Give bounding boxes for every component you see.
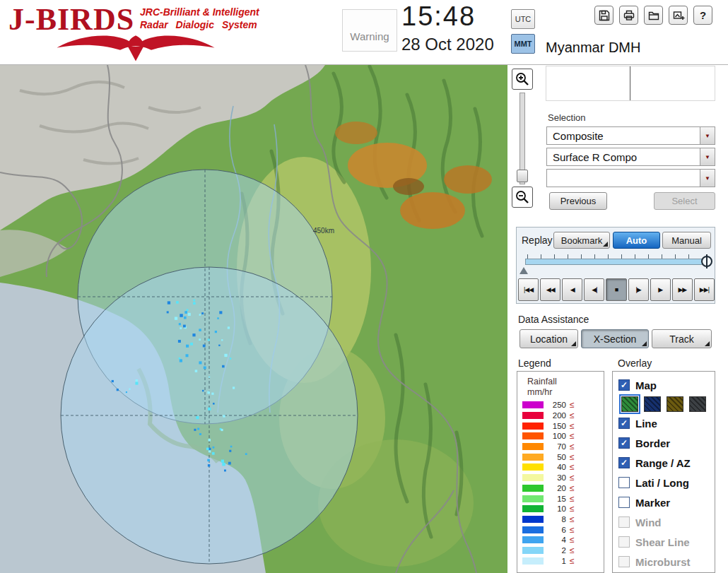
- legend-lte-symbol: ≤: [570, 421, 575, 431]
- legend-lte-symbol: ≤: [570, 452, 575, 462]
- mmt-button[interactable]: MMT: [511, 34, 535, 54]
- legend-value: 250: [547, 401, 566, 409]
- map-canvas: 450km: [0, 65, 507, 573]
- legend-swatch: [522, 432, 544, 439]
- utc-button[interactable]: UTC: [511, 9, 535, 29]
- overlay-item-label: Lati / Long: [635, 477, 689, 489]
- legend-swatch: [522, 423, 544, 430]
- legend-swatch: [522, 485, 544, 492]
- legend-row: 10≤: [522, 504, 601, 514]
- playback-first-button[interactable]: |◀◀: [518, 278, 539, 301]
- warning-indicator[interactable]: Warning: [342, 9, 397, 52]
- legend-row: 2≤: [522, 545, 601, 556]
- select-button[interactable]: Select: [654, 192, 715, 210]
- playback-stop-button[interactable]: ■: [606, 278, 626, 301]
- chevron-down-icon[interactable]: ▼: [700, 170, 715, 187]
- help-button[interactable]: ?: [693, 6, 712, 25]
- data-assistance-label: Data Assistance: [518, 314, 589, 325]
- map-style-swatch[interactable]: [689, 396, 706, 412]
- legend-value: 200: [547, 411, 566, 420]
- timeline-handle[interactable]: [701, 256, 712, 267]
- chevron-down-icon[interactable]: ▼: [700, 148, 715, 165]
- chevron-down-icon[interactable]: ▼: [700, 127, 715, 144]
- save-button[interactable]: [594, 6, 613, 25]
- overlay-item-border[interactable]: ✓Border: [618, 433, 713, 453]
- overlay-item-line[interactable]: ✓Line: [618, 413, 713, 433]
- checkbox[interactable]: [618, 497, 630, 508]
- legend-lte-symbol: ≤: [570, 535, 575, 545]
- extra-dropdown[interactable]: ▼: [546, 169, 715, 187]
- previous-button[interactable]: Previous: [549, 192, 607, 210]
- legend-value: 4: [547, 536, 566, 544]
- checkbox[interactable]: ✓: [618, 457, 630, 468]
- checkbox[interactable]: ✓: [618, 418, 630, 429]
- overlay-item-range-az[interactable]: ✓Range / AZ: [618, 453, 713, 473]
- legend-row: 70≤: [522, 442, 601, 452]
- playback-play-back-button[interactable]: ◀: [562, 278, 582, 301]
- playback-play-button[interactable]: ▶: [650, 278, 671, 301]
- legend-row: 6≤: [522, 524, 601, 535]
- legend-row: 4≤: [522, 535, 601, 545]
- legend-value: 70: [547, 442, 566, 451]
- legend-swatch: [522, 474, 544, 481]
- overlay-item-marker[interactable]: Marker: [618, 492, 713, 512]
- map-style-swatch[interactable]: [621, 396, 638, 412]
- auto-button[interactable]: Auto: [613, 232, 660, 249]
- app-window: J-BIRDS JRC-Brilliant & Intelligent Rada…: [0, 0, 728, 573]
- legend-row: 100≤: [522, 431, 601, 442]
- replay-panel: Replay Bookmark Auto Manual |◀◀◀◀◀◀|■|▶▶…: [516, 227, 715, 304]
- overlay-label: Overlay: [618, 358, 652, 369]
- playback-step-back-button[interactable]: ◀|: [584, 278, 604, 301]
- checkbox[interactable]: [618, 477, 630, 488]
- capture-button[interactable]: [669, 6, 688, 25]
- zoom-out-button[interactable]: [512, 187, 533, 208]
- legend-lte-symbol: ≤: [570, 556, 575, 566]
- timeline-start-marker: [519, 267, 528, 274]
- legend-swatch: [522, 516, 544, 523]
- playback-rewind-button[interactable]: ◀◀: [540, 278, 560, 301]
- timeline-slider[interactable]: [525, 259, 708, 265]
- legend-swatch: [522, 495, 544, 502]
- legend-row: 20≤: [522, 483, 601, 494]
- legend-lte-symbol: ≤: [570, 525, 575, 535]
- legend-lte-symbol: ≤: [570, 545, 575, 555]
- checkbox[interactable]: ✓: [618, 437, 630, 449]
- composite-dropdown[interactable]: Composite ▼: [546, 126, 715, 145]
- product-dropdown[interactable]: Surface R Compo ▼: [546, 148, 715, 166]
- legend-value: 50: [547, 453, 566, 461]
- manual-button[interactable]: Manual: [662, 232, 711, 249]
- message-box-divider: [630, 66, 630, 100]
- overlay-item-map[interactable]: ✓Map: [618, 375, 713, 395]
- playback-last-button[interactable]: ▶▶|: [694, 278, 715, 301]
- legend-swatch: [522, 526, 544, 533]
- legend-value: 20: [547, 484, 566, 492]
- clock-time: 15:48: [401, 1, 476, 32]
- track-button[interactable]: Track: [652, 329, 712, 348]
- playback-fast-forward-button[interactable]: ▶▶: [672, 278, 693, 301]
- legend-value: 10: [547, 504, 566, 513]
- overlay-item-lati-long[interactable]: Lati / Long: [618, 473, 713, 492]
- overlay-item-label: Marker: [635, 497, 670, 509]
- header: J-BIRDS JRC-Brilliant & Intelligent Rada…: [0, 0, 728, 65]
- legend-lte-symbol: ≤: [570, 462, 575, 472]
- save-icon: [598, 9, 611, 22]
- legend-value: 8: [547, 515, 566, 524]
- selection-label: Selection: [548, 112, 585, 123]
- print-button[interactable]: [619, 6, 638, 25]
- zoom-slider-handle[interactable]: [517, 170, 528, 182]
- legend-lte-symbol: ≤: [570, 504, 575, 514]
- bookmark-button[interactable]: Bookmark: [553, 232, 610, 249]
- open-folder-icon: [647, 9, 660, 22]
- zoom-in-button[interactable]: [512, 69, 533, 90]
- location-button[interactable]: Location: [519, 329, 578, 348]
- legend-rows: 250≤200≤150≤100≤70≤50≤40≤30≤20≤15≤10≤8≤6…: [522, 400, 601, 566]
- playback-step-forward-button[interactable]: |▶: [628, 278, 649, 301]
- x-section-button[interactable]: X-Section: [581, 329, 649, 348]
- legend-lte-symbol: ≤: [570, 483, 575, 493]
- legend-value: 30: [547, 473, 566, 482]
- open-button[interactable]: [644, 6, 663, 25]
- map-style-swatch[interactable]: [667, 396, 683, 412]
- checkbox[interactable]: ✓: [618, 379, 630, 391]
- radar-map[interactable]: 450km: [0, 65, 507, 573]
- map-style-swatch[interactable]: [644, 396, 661, 412]
